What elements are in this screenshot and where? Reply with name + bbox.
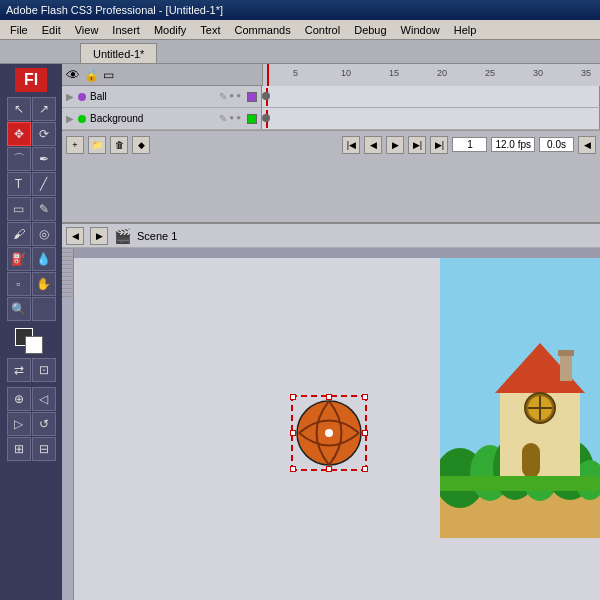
- handle-bm[interactable]: [326, 466, 332, 472]
- stage[interactable]: [62, 248, 600, 600]
- spray-tool[interactable]: ◎: [32, 222, 56, 246]
- title-text: Adobe Flash CS3 Professional - [Untitled…: [6, 4, 223, 16]
- snap-tool[interactable]: ⊕: [7, 387, 31, 411]
- menu-debug[interactable]: Debug: [348, 22, 392, 38]
- svg-rect-18: [522, 443, 540, 478]
- stage-scrollbar: [62, 248, 74, 600]
- color-swatches: [15, 328, 47, 356]
- canvas-area[interactable]: [74, 258, 600, 600]
- lock-icon[interactable]: 🔒: [84, 68, 99, 82]
- menu-commands[interactable]: Commands: [228, 22, 296, 38]
- bg-layer-controls: ✎ ● ●: [219, 113, 241, 124]
- timeline-header: 👁 🔒 ▭ 5 10 15 20 25 30 35: [62, 64, 600, 86]
- add-folder-btn[interactable]: 📁: [88, 136, 106, 154]
- scale-tool[interactable]: ⊞: [7, 437, 31, 461]
- eraser-tool[interactable]: ▫: [7, 272, 31, 296]
- next-frame-btn[interactable]: ▶|: [408, 136, 426, 154]
- menu-modify[interactable]: Modify: [148, 22, 192, 38]
- pencil-tool[interactable]: ✎: [32, 197, 56, 221]
- add-layer-btn[interactable]: +: [66, 136, 84, 154]
- tool-row-3: ⌒ ✒: [7, 147, 56, 171]
- ball-layer-frames[interactable]: [262, 86, 600, 107]
- option-tool[interactable]: ⊟: [32, 437, 56, 461]
- tool-row-4: T ╱: [7, 172, 56, 196]
- menu-control[interactable]: Control: [299, 22, 346, 38]
- expand-btn[interactable]: ◀: [578, 136, 596, 154]
- rotate-tool[interactable]: ↺: [32, 412, 56, 436]
- visibility-icon[interactable]: 👁: [66, 67, 80, 83]
- zoom-tool[interactable]: 🔍: [7, 297, 31, 321]
- ball-layer-row: ▶ Ball ✎ ● ●: [62, 86, 600, 108]
- ball-eye-icon[interactable]: ●: [229, 91, 234, 102]
- outline-icon[interactable]: ▭: [103, 68, 114, 82]
- document-tab[interactable]: Untitled-1*: [80, 43, 157, 63]
- color-section: ⇄ ⊡: [7, 328, 56, 382]
- bg-layer-name: Background: [90, 113, 215, 124]
- handle-tr[interactable]: [362, 394, 368, 400]
- tool-row-9: 🔍: [7, 297, 56, 321]
- hand-tool[interactable]: ✋: [32, 272, 56, 296]
- delete-layer-btn[interactable]: 🗑: [110, 136, 128, 154]
- handle-ml[interactable]: [290, 430, 296, 436]
- bg-layer-frames[interactable]: [262, 108, 600, 129]
- basketball-object[interactable]: [294, 398, 364, 468]
- bg-eye-icon[interactable]: ●: [229, 113, 234, 124]
- play-btn[interactable]: ▶: [386, 136, 404, 154]
- tool-row-13: ⊞ ⊟: [7, 437, 56, 461]
- tool-row-1: ↖ ↗: [7, 97, 56, 121]
- back-btn[interactable]: ◀: [66, 227, 84, 245]
- line-tool[interactable]: ╱: [32, 172, 56, 196]
- brush-tool[interactable]: 🖌: [7, 222, 31, 246]
- background-scene: [440, 258, 600, 538]
- menu-file[interactable]: File: [4, 22, 34, 38]
- ball-layer-controls: ✎ ● ●: [219, 91, 241, 102]
- menu-insert[interactable]: Insert: [106, 22, 146, 38]
- menu-view[interactable]: View: [69, 22, 105, 38]
- bg-lock-icon[interactable]: ●: [236, 113, 241, 124]
- handle-tm[interactable]: [326, 394, 332, 400]
- handle-mr[interactable]: [362, 430, 368, 436]
- playhead-marker: [267, 64, 269, 86]
- free-transform-tool[interactable]: ✥: [7, 122, 31, 146]
- tool-row-12: ▷ ↺: [7, 412, 56, 436]
- default-colors-btn[interactable]: ⊡: [32, 358, 56, 382]
- straighten-tool[interactable]: ▷: [7, 412, 31, 436]
- bg-pencil-icon[interactable]: ✎: [219, 113, 227, 124]
- tool-row-7: ⛽ 💧: [7, 247, 56, 271]
- subselect-tool[interactable]: ↗: [32, 97, 56, 121]
- menu-text[interactable]: Text: [194, 22, 226, 38]
- menu-edit[interactable]: Edit: [36, 22, 67, 38]
- pen-tool[interactable]: ✒: [32, 147, 56, 171]
- smooth-tool[interactable]: ◁: [32, 387, 56, 411]
- handle-tl[interactable]: [290, 394, 296, 400]
- toolbar: Fl ↖ ↗ ✥ ⟳ ⌒ ✒ T ╱ ▭ ✎ 🖌: [0, 64, 62, 600]
- bg-keyframe: [262, 114, 270, 122]
- fwd-btn[interactable]: ▶: [90, 227, 108, 245]
- tool-row-11: ⊕ ◁: [7, 387, 56, 411]
- arrow-tool[interactable]: ↖: [7, 97, 31, 121]
- bg-color-indicator: [247, 114, 257, 124]
- main-container: Untitled-1* Fl ↖ ↗ ✥ ⟳ ⌒ ✒ T ╱: [0, 40, 600, 600]
- tab-bar: Untitled-1*: [0, 40, 600, 64]
- handle-br[interactable]: [362, 466, 368, 472]
- svg-rect-12: [560, 353, 572, 381]
- ball-lock-icon[interactable]: ●: [236, 91, 241, 102]
- rect-tool[interactable]: ▭: [7, 197, 31, 221]
- first-frame-btn[interactable]: |◀: [342, 136, 360, 154]
- frame-number: 1: [452, 137, 487, 152]
- lasso-tool[interactable]: ⌒: [7, 147, 31, 171]
- handle-bl[interactable]: [290, 466, 296, 472]
- last-frame-btn[interactable]: ▶|: [430, 136, 448, 154]
- 3d-rotation-tool[interactable]: ⟳: [32, 122, 56, 146]
- scene-label: Scene 1: [137, 230, 177, 242]
- menu-window[interactable]: Window: [395, 22, 446, 38]
- prev-frame-btn[interactable]: ◀: [364, 136, 382, 154]
- ball-pencil-icon[interactable]: ✎: [219, 91, 227, 102]
- eyedropper-tool[interactable]: 💧: [32, 247, 56, 271]
- menu-help[interactable]: Help: [448, 22, 483, 38]
- swap-colors-btn[interactable]: ⇄: [7, 358, 31, 382]
- insert-keyframe-btn[interactable]: ◆: [132, 136, 150, 154]
- text-tool[interactable]: T: [7, 172, 31, 196]
- fill-color-swatch[interactable]: [25, 336, 43, 354]
- paint-bucket-tool[interactable]: ⛽: [7, 247, 31, 271]
